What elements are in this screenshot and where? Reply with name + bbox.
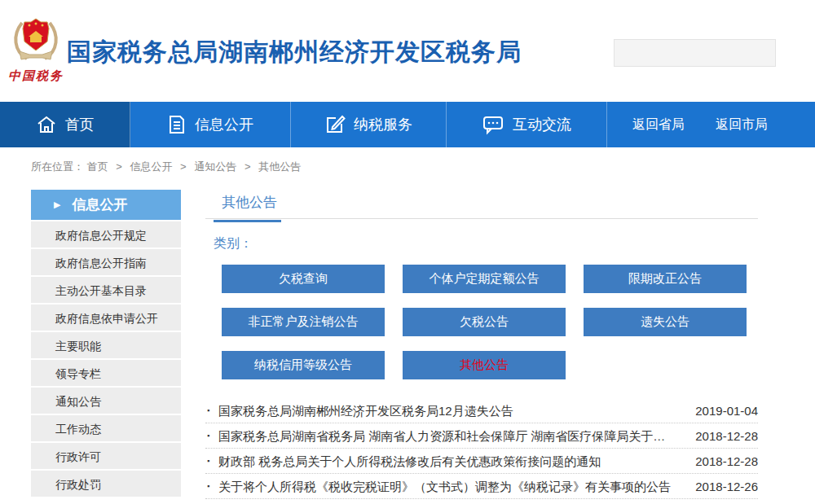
bullet-icon: ▪ <box>207 474 209 499</box>
main-content: 其他公告 类别： 欠税查询 个体户定期定额公告 限期改正公告 非正常户及注销公告… <box>205 190 758 499</box>
nav-item-label: 信息公开 <box>195 115 253 134</box>
triangle-right-icon: ▶ <box>54 199 60 210</box>
sidebar-item-notices[interactable]: 通知公告 <box>31 386 181 414</box>
search-input[interactable] <box>614 39 776 67</box>
main-nav: 首页 信息公开 纳税服务 互动交流 返回省局 返回市局 <box>0 102 815 147</box>
tab-row: 其他公告 <box>205 190 758 219</box>
nav-right-links: 返回省局 返回市局 <box>607 102 815 147</box>
announcement-row: ▪ 国家税务总局湖南郴州经济开发区税务局12月遗失公告 2019-01-04 <box>205 398 758 423</box>
page-header: 中国税务 国家税务总局湖南郴州经济开发区税务局 <box>0 0 815 102</box>
sidebar-item-disclosure-guide[interactable]: 政府信息公开指南 <box>31 248 181 275</box>
document-icon <box>167 114 187 135</box>
logo-caption: 中国税务 <box>7 68 65 84</box>
category-button-abnormal-cancellation[interactable]: 非正常户及注销公告 <box>222 308 385 336</box>
nav-item-label: 纳税服务 <box>354 115 412 134</box>
sidebar-item-proactive-catalog[interactable]: 主动公开基本目录 <box>31 275 181 303</box>
back-to-city-link[interactable]: 返回市局 <box>716 116 768 134</box>
tab-other-announcements[interactable]: 其他公告 <box>214 193 281 222</box>
nav-item-label: 首页 <box>65 115 95 134</box>
breadcrumb: 所在位置： 首页 > 信息公开 > 通知公告 > 其他公告 <box>31 160 301 174</box>
category-button-fixed-quota[interactable]: 个体户定期定额公告 <box>403 265 566 293</box>
announcement-link[interactable]: 国家税务总局湖南郴州经济开发区税务局12月遗失公告 <box>218 398 513 423</box>
sidebar-item-leadership[interactable]: 领导专栏 <box>31 358 181 386</box>
breadcrumb-prefix: 所在位置： <box>31 160 84 173</box>
sidebar: ▶ 信息公开 政府信息公开规定 政府信息公开指南 主动公开基本目录 政府信息依申… <box>31 190 181 497</box>
breadcrumb-separator: > <box>116 160 122 173</box>
sidebar-item-work-updates[interactable]: 工作动态 <box>31 414 181 441</box>
nav-item-label: 互动交流 <box>513 115 571 134</box>
sidebar-item-admin-permits[interactable]: 行政许可 <box>31 441 181 469</box>
category-button-correction-deadline[interactable]: 限期改正公告 <box>584 265 747 293</box>
nav-item-interaction[interactable]: 互动交流 <box>447 102 607 147</box>
breadcrumb-home[interactable]: 首页 <box>87 160 108 173</box>
bullet-icon: ▪ <box>207 423 209 449</box>
category-button-credit-rating[interactable]: 纳税信用等级公告 <box>222 351 385 379</box>
announcement-row: ▪ 国家税务总局湖南省税务局 湖南省人力资源和社会保障厅 湖南省医疗保障局关于机… <box>205 423 758 449</box>
site-logo[interactable]: 中国税务 <box>7 15 65 84</box>
breadcrumb-other[interactable]: 其他公告 <box>258 160 301 173</box>
nav-item-info-disclosure[interactable]: 信息公开 <box>130 102 291 147</box>
announcement-list: ▪ 国家税务总局湖南郴州经济开发区税务局12月遗失公告 2019-01-04 ▪… <box>205 398 758 499</box>
sidebar-header-info-disclosure[interactable]: ▶ 信息公开 <box>31 190 181 220</box>
category-button-loss[interactable]: 遗失公告 <box>584 308 747 336</box>
category-label: 类别： <box>214 234 758 253</box>
pen-icon <box>324 114 346 135</box>
page-title: 国家税务总局湖南郴州经济开发区税务局 <box>67 36 522 69</box>
announcement-row: ▪ 关于将个人所得税《税收完税证明》（文书式）调整为《纳税记录》有关事项的公告 … <box>205 474 758 499</box>
home-icon <box>36 115 57 134</box>
announcement-date: 2018-12-28 <box>695 423 758 449</box>
sidebar-item-disclosure-on-request[interactable]: 政府信息依申请公开 <box>31 303 181 331</box>
sidebar-header-label: 信息公开 <box>72 195 127 214</box>
chat-bubble-icon <box>482 114 504 135</box>
breadcrumb-notices[interactable]: 通知公告 <box>194 160 236 173</box>
sidebar-item-disclosure-rules[interactable]: 政府信息公开规定 <box>31 220 181 248</box>
bullet-icon: ▪ <box>207 449 209 474</box>
announcement-link[interactable]: 关于将个人所得税《税收完税证明》（文书式）调整为《纳税记录》有关事项的公告 <box>218 474 671 499</box>
announcement-row: ▪ 财政部 税务总局关于个人所得税法修改后有关优惠政策衔接问题的通知 2018-… <box>205 449 758 474</box>
category-button-other-selected[interactable]: 其他公告 <box>403 351 566 379</box>
search-box <box>614 39 772 67</box>
breadcrumb-separator: > <box>180 160 187 173</box>
announcement-link[interactable]: 国家税务总局湖南省税务局 湖南省人力资源和社会保障厅 湖南省医疗保障局关于机关.… <box>218 423 675 449</box>
back-to-province-link[interactable]: 返回省局 <box>632 116 685 134</box>
category-button-grid: 欠税查询 个体户定期定额公告 限期改正公告 非正常户及注销公告 欠税公告 遗失公… <box>222 265 758 379</box>
nav-item-home[interactable]: 首页 <box>0 102 130 147</box>
tax-emblem-icon <box>10 15 62 67</box>
announcement-date: 2018-12-28 <box>695 449 758 474</box>
sidebar-item-admin-penalties[interactable]: 行政处罚 <box>31 469 181 497</box>
sidebar-item-main-functions[interactable]: 主要职能 <box>31 331 181 358</box>
bullet-icon: ▪ <box>207 398 209 423</box>
announcement-link[interactable]: 财政部 税务总局关于个人所得税法修改后有关优惠政策衔接问题的通知 <box>218 449 601 474</box>
announcement-date: 2019-01-04 <box>695 398 758 423</box>
announcement-date: 2018-12-26 <box>695 474 758 499</box>
breadcrumb-info[interactable]: 信息公开 <box>130 160 172 173</box>
category-button-tax-arrears-query[interactable]: 欠税查询 <box>222 265 385 293</box>
nav-item-tax-service[interactable]: 纳税服务 <box>291 102 447 147</box>
breadcrumb-separator: > <box>244 160 251 173</box>
category-button-tax-arrears[interactable]: 欠税公告 <box>403 308 566 336</box>
